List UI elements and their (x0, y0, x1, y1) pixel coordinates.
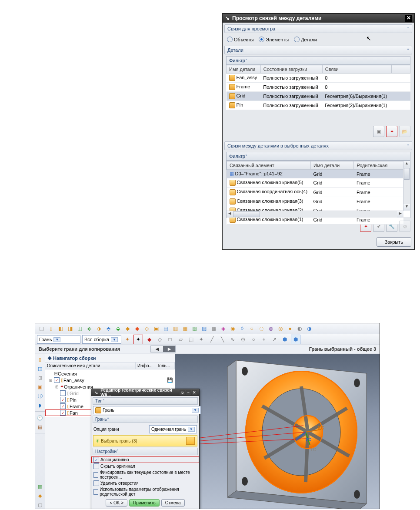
pager[interactable]: ◀▶ (150, 346, 176, 352)
dropdown-icon[interactable]: ▼ (111, 337, 118, 342)
sel-icon[interactable]: ↗ (270, 335, 279, 344)
section-interpart-links[interactable]: Связи между деталями в выбренных деталях… (224, 141, 412, 150)
radio-elements[interactable]: Элементы (259, 37, 289, 42)
dropdown-icon[interactable]: ▼ (53, 337, 60, 342)
filter-header-2[interactable]: Фильтр ˅ (226, 152, 410, 161)
sel-icon[interactable]: ∿ (228, 335, 237, 344)
tool-icon[interactable]: ▧ (190, 324, 199, 333)
col-parent[interactable]: Родительская (354, 161, 403, 170)
checkbox-icon[interactable]: ✓ (60, 397, 66, 403)
tree-root[interactable]: ⊟✓▯ Fan_assy💾 (45, 377, 175, 383)
tool-icon[interactable]: ▤ (161, 324, 170, 333)
sel-icon[interactable]: ⬢ (280, 335, 289, 344)
scroll-up-icon[interactable]: ▲ (403, 161, 410, 168)
chk-delete-holes[interactable]: Удалить отверстия (91, 480, 199, 487)
graphics-viewport[interactable]: XC YC ZC (175, 354, 380, 509)
chk-fix-state[interactable]: Фиксировать как текущее состояние в мест… (91, 470, 199, 480)
close-icon[interactable]: ✕ (405, 15, 412, 22)
collapse-icon[interactable]: ʋ (180, 390, 185, 395)
wave-title-bar[interactable]: ↘ Редактор геометрических связей WA... ʋ… (91, 389, 199, 396)
navigator-icon[interactable]: ▯ (36, 356, 44, 363)
tool-icon[interactable]: ▦ (180, 324, 189, 333)
next-icon[interactable]: ▶ (163, 346, 175, 352)
section-links-for-view[interactable]: Связи для просмотра ˄ (224, 24, 412, 33)
sel-icon[interactable]: ◇ (155, 335, 164, 344)
col-links[interactable]: Связи (322, 65, 391, 74)
checkbox-icon[interactable] (93, 480, 99, 486)
tool-icon[interactable]: ▥ (171, 324, 180, 333)
prev-icon[interactable]: ◀ (151, 346, 163, 352)
sel-icon[interactable]: ⬢ (291, 335, 300, 344)
select-face-row[interactable]: ✳ Выбрать грань (3) (93, 435, 197, 446)
checkbox-icon[interactable]: ✓ (54, 377, 60, 383)
tool-icon[interactable]: ⊞ (36, 374, 44, 382)
tool-icon[interactable]: ▤ (36, 423, 44, 431)
tool-icon[interactable]: ▣ (36, 383, 44, 391)
highlight-button[interactable]: ✦ (386, 126, 397, 137)
table-row[interactable]: Fan_assyПолностью загруженный0 (227, 74, 410, 83)
tool-icon[interactable]: ◇ (142, 324, 151, 333)
sel-icon[interactable]: ▱ (176, 335, 185, 344)
tool-icon[interactable]: ◑ (305, 324, 313, 333)
box-icon[interactable]: ◧ (56, 324, 65, 333)
table-row-selected[interactable]: GridПолностью загруженныйГеометрия(6)/Вы… (227, 92, 410, 101)
checkbox-icon[interactable] (60, 390, 66, 396)
tool-icon[interactable]: ◆ (123, 324, 132, 333)
chk-hide-original[interactable]: Скрыть оригинал (91, 463, 199, 470)
dropdown-icon[interactable]: ▼ (188, 427, 195, 432)
tool-icon[interactable]: ◌ (257, 324, 266, 333)
section-details[interactable]: Детали ˄ (224, 46, 412, 54)
tool-icon[interactable]: ● (286, 324, 294, 333)
sel-icon[interactable]: ○ (249, 335, 258, 344)
section-type[interactable]: Тип˄ (93, 397, 198, 405)
apply-button[interactable]: Применить (129, 499, 160, 507)
tool-icon[interactable]: ⬘ (104, 324, 113, 333)
info-button[interactable]: ▣ (373, 126, 384, 137)
info-icon[interactable]: ⓘ (36, 392, 44, 400)
filter-header[interactable]: Фильтр ˅ (226, 56, 410, 65)
rss-icon[interactable]: ◗ (36, 401, 44, 409)
chk-associative[interactable]: ✓Ассоциативно (91, 456, 199, 463)
tool-icon[interactable]: ▣ (152, 324, 160, 333)
tool-icon[interactable]: ▢ (36, 501, 44, 509)
tool-icon[interactable]: ▦ (36, 483, 44, 490)
tool-icon[interactable]: ◈ (219, 324, 227, 333)
col-name[interactable]: Описательное имя детали (45, 362, 136, 369)
cancel-button[interactable]: Отмена (161, 499, 185, 507)
type-combo[interactable]: Грань▼ (93, 406, 201, 414)
checkbox-icon[interactable] (93, 472, 98, 478)
tree-icon[interactable]: ◫ (36, 365, 44, 372)
sel-icon[interactable]: ✦ (123, 335, 132, 344)
table-row[interactable]: PinПолностью загруженныйГеометрия(2)/Выр… (227, 101, 410, 110)
tool-icon[interactable]: ▩ (209, 324, 218, 333)
minimize-icon[interactable]: – (186, 390, 191, 395)
table-row[interactable]: Связанная сложная кривая(3)GridFrame (227, 197, 403, 206)
chk-inherit-display[interactable]: Использовать параметры отображения родит… (91, 487, 199, 497)
table-row-selected[interactable]: ▦ D0="Frame"::p141=92GridFrame (227, 170, 403, 178)
checkbox-icon[interactable]: ✓ (60, 410, 66, 416)
sel-icon[interactable]: ◆ (145, 335, 153, 344)
ok-button[interactable]: < OK > (106, 499, 127, 507)
tool-icon[interactable]: ◉ (228, 324, 237, 333)
col-part-name[interactable]: Имя детали (227, 65, 261, 74)
col-info[interactable]: Инфо... (136, 362, 155, 369)
horizontal-scrollbar[interactable]: ◀ ▶ (227, 211, 403, 218)
radio-details[interactable]: Детали (294, 37, 317, 42)
selection-filter-combo[interactable]: Грань▼ (37, 335, 80, 344)
table-row[interactable]: Связанная сложная кривая(5)GridFrame (227, 178, 403, 188)
box-icon-2[interactable]: ◨ (66, 324, 74, 333)
tool-icon[interactable]: ◐ (295, 324, 304, 333)
tool-icon[interactable]: ○ (247, 324, 256, 333)
sel-icon[interactable]: □ (166, 335, 174, 344)
tool-icon[interactable]: ◆ (133, 324, 141, 333)
new-icon[interactable]: ▢ (37, 324, 46, 333)
dropdown-icon[interactable]: ▼ (192, 408, 199, 413)
sel-icon[interactable]: + (260, 335, 268, 344)
radio-objects[interactable]: Объекты (227, 37, 253, 42)
tool-icon[interactable]: ◆ (36, 492, 44, 500)
close-icon[interactable]: ✕ (192, 390, 197, 395)
checkbox-icon[interactable]: ✓ (60, 403, 66, 409)
scope-combo[interactable]: Вся сборка▼ (82, 335, 121, 344)
sel-highlight-icon[interactable]: ✦ (133, 335, 143, 344)
box-icon-3[interactable]: ◫ (75, 324, 84, 333)
